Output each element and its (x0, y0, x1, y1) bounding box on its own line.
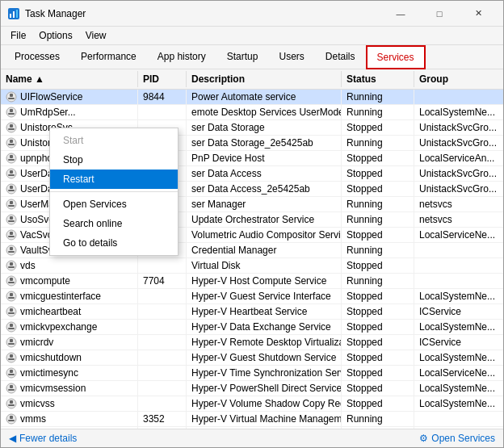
svg-rect-39 (8, 266, 15, 268)
svg-rect-21 (8, 174, 15, 176)
table-row[interactable]: UIFlowService 9844 Power Automate servic… (1, 90, 503, 105)
tab-services[interactable]: Services (366, 45, 426, 69)
table-row[interactable]: vmicheartbeat Hyper-V Heartbeat Service … (1, 304, 503, 320)
cell-group: ICService (414, 304, 503, 319)
svg-rect-50 (10, 324, 13, 327)
col-description[interactable]: Description (187, 71, 342, 87)
cell-group (414, 90, 503, 104)
close-button[interactable]: ✕ (460, 2, 497, 26)
menu-view[interactable]: View (81, 28, 111, 43)
svg-rect-36 (8, 251, 15, 253)
cell-pid (138, 105, 187, 119)
table-row[interactable]: vmms 3352 Hyper-V Virtual Machine Manage… (1, 412, 503, 427)
col-pid[interactable]: PID (138, 71, 187, 87)
table-row[interactable]: vmicshutdown Hyper-V Guest Shutdown Serv… (1, 350, 503, 366)
svg-rect-56 (10, 354, 13, 358)
service-icon (6, 306, 17, 317)
col-status[interactable]: Status (342, 71, 414, 87)
cell-status: Stopped (342, 350, 414, 365)
cell-group: UnistackSvcGro... (414, 182, 503, 196)
svg-rect-69 (8, 420, 15, 421)
table-header: Name ▲ PID Description Status Group (1, 69, 503, 90)
col-name[interactable]: Name ▲ (1, 71, 138, 87)
cell-status: Stopped (342, 320, 414, 334)
cell-name: vmickvpexchange (1, 320, 138, 334)
svg-rect-41 (10, 278, 13, 281)
ctx-start[interactable]: Start (50, 131, 178, 150)
table-row[interactable]: vmicrdv Hyper-V Remote Desktop Virtualiz… (1, 335, 503, 350)
tab-performance[interactable]: Performance (70, 45, 147, 69)
cell-name: vmicvmsession (1, 381, 138, 396)
cell-pid (138, 304, 187, 319)
cell-group: LocalServiceNe... (414, 228, 503, 242)
cell-status: Stopped (342, 182, 414, 196)
svg-rect-33 (8, 236, 15, 237)
cell-description: Power Automate service (187, 90, 342, 104)
cell-name: vmicguestinterface (1, 289, 138, 304)
table-row[interactable]: vmicvss Hyper-V Volume Shadow Copy Reque… (1, 396, 503, 412)
cell-group: LocalServiceAn... (414, 151, 503, 165)
cell-status: Stopped (342, 396, 414, 411)
table-row[interactable]: UmRdpSer... emote Desktop Services UserM… (1, 105, 503, 120)
cell-status: Running (342, 136, 414, 150)
table-row[interactable]: vmictimesync Hyper-V Time Synchronizatio… (1, 366, 503, 381)
svg-rect-60 (8, 374, 15, 375)
svg-rect-12 (8, 128, 15, 130)
table-row[interactable]: VSS Volume Shadow Copy Stopped (1, 427, 503, 429)
cell-description: Update Orchestrator Service (187, 212, 342, 227)
tab-startup[interactable]: Startup (216, 45, 269, 69)
cell-description: Volumetric Audio Compositor Service (187, 228, 342, 242)
ctx-go-to-details[interactable]: Go to details (50, 233, 178, 253)
svg-rect-51 (8, 328, 15, 329)
ctx-stop[interactable]: Stop (50, 150, 178, 170)
tab-app-history[interactable]: App history (147, 45, 216, 69)
service-icon (6, 245, 17, 256)
tab-details[interactable]: Details (315, 45, 366, 69)
cell-pid (138, 427, 187, 429)
svg-rect-2 (13, 11, 15, 18)
svg-rect-48 (8, 312, 15, 314)
services-icon: ⚙ (419, 433, 428, 444)
cell-pid (138, 396, 187, 411)
svg-rect-66 (8, 404, 15, 406)
col-group[interactable]: Group (414, 71, 503, 87)
table-row[interactable]: vds Virtual Disk Stopped (1, 258, 503, 274)
cell-group: LocalSystemNe... (414, 350, 503, 365)
maximize-button[interactable]: □ (421, 2, 458, 26)
cell-status: Stopped (342, 427, 414, 429)
cell-description: Hyper-V Heartbeat Service (187, 304, 342, 319)
tab-processes[interactable]: Processes (4, 45, 70, 69)
cell-pid: 7704 (138, 274, 187, 288)
ctx-open-services[interactable]: Open Services (50, 195, 178, 214)
open-services-button[interactable]: ⚙ Open Services (419, 433, 495, 444)
menu-options[interactable]: Options (34, 28, 77, 43)
cell-status: Stopped (342, 151, 414, 165)
svg-rect-54 (8, 343, 15, 345)
service-icon (6, 168, 17, 179)
cell-status: Running (342, 105, 414, 119)
service-icon (6, 321, 17, 333)
window-controls: — □ ✕ (382, 2, 497, 26)
svg-rect-59 (10, 370, 13, 373)
ctx-search-online[interactable]: Search online (50, 214, 178, 233)
fewer-details-button[interactable]: ◀ Fewer details (9, 433, 77, 444)
table-row[interactable]: vmicvmsession Hyper-V PowerShell Direct … (1, 381, 503, 396)
cell-group: UnistackSvcGro... (414, 136, 503, 150)
cell-group: ICService (414, 335, 503, 350)
minimize-button[interactable]: — (382, 2, 419, 26)
cell-status: Running (342, 243, 414, 257)
svg-rect-8 (10, 109, 13, 112)
cell-pid (138, 289, 187, 304)
svg-rect-3 (16, 10, 18, 18)
svg-rect-53 (10, 339, 13, 342)
ctx-restart[interactable]: Restart (50, 170, 178, 189)
cell-description: ser Data Storage_2e5425ab (187, 136, 342, 150)
table-row[interactable]: vmickvpexchange Hyper-V Data Exchange Se… (1, 320, 503, 335)
menu-file[interactable]: File (6, 28, 31, 43)
cell-description: ser Manager (187, 197, 342, 211)
tab-users[interactable]: Users (268, 45, 314, 69)
svg-rect-65 (10, 400, 13, 404)
table-row[interactable]: vmicguestinterface Hyper-V Guest Service… (1, 289, 503, 304)
table-row[interactable]: vmcompute 7704 Hyper-V Host Compute Serv… (1, 274, 503, 289)
cell-group: netsvcs (414, 212, 503, 227)
